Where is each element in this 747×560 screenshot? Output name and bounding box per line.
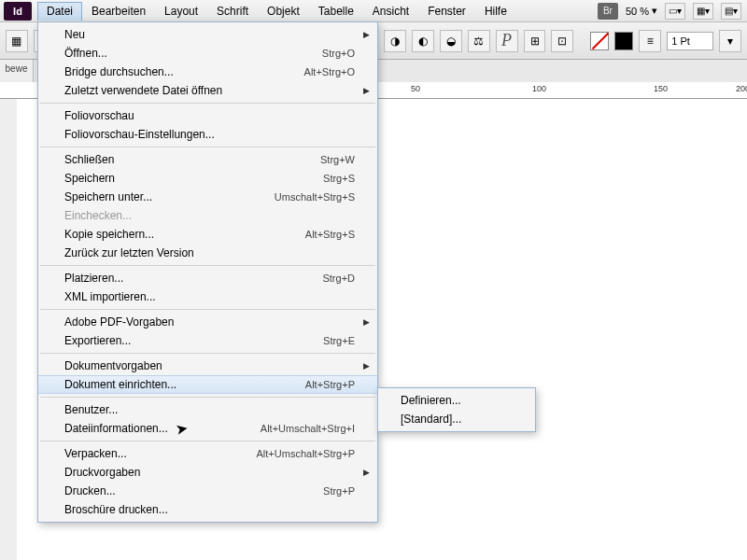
menu-item-label: Einchecken... — [64, 209, 132, 222]
misc-icon[interactable]: ⊡ — [551, 30, 573, 52]
menu-item[interactable]: Dateiinformationen...Alt+Umschalt+Strg+I — [38, 419, 377, 438]
menu-shortcut: Strg+P — [323, 485, 355, 497]
menu-item[interactable]: Zurück zur letzten Version — [38, 244, 377, 262]
menu-item[interactable]: Foliovorschau — [38, 106, 377, 125]
menu-item-label: Zuletzt verwendete Datei öffnen — [64, 84, 222, 97]
menu-separator — [40, 103, 375, 104]
menu-item-label: Speichern — [64, 172, 115, 185]
menu-item-label: Foliovorschau — [64, 109, 134, 122]
menu-item[interactable]: Speichern unter...Umschalt+Strg+S — [38, 188, 377, 206]
menu-item[interactable]: Platzieren...Strg+D — [38, 269, 377, 287]
menu-shortcut: Alt+Umschalt+Strg+I — [261, 423, 355, 434]
menu-item[interactable]: Neu▶ — [38, 25, 377, 44]
menu-item-label: Druckvorgaben — [64, 466, 140, 479]
submenu-item[interactable]: Definieren... — [378, 391, 535, 410]
menu-separator — [40, 441, 375, 441]
menu-separator — [40, 147, 375, 147]
menu-bearbeiten[interactable]: Bearbeiten — [82, 2, 155, 21]
menu-item[interactable]: Druckvorgaben▶ — [38, 463, 377, 482]
menu-separator — [40, 353, 375, 354]
menu-item-label: Exportieren... — [64, 334, 131, 347]
stroke-weight-input[interactable]: 1 Pt — [667, 32, 713, 50]
stroke-weight-value: 1 Pt — [671, 35, 690, 47]
document-presets-submenu: Definieren...[Standard]... — [377, 387, 536, 432]
menu-item[interactable]: Adobe PDF-Vorgaben▶ — [38, 313, 377, 331]
bridge-icon[interactable]: Br — [598, 3, 618, 20]
menu-item[interactable]: Drucken...Strg+P — [38, 482, 377, 500]
arrange-icon[interactable]: ▦▾ — [693, 3, 713, 20]
menu-item-label: Schließen — [64, 153, 114, 166]
submenu-arrow-icon: ▶ — [363, 317, 370, 327]
menu-tabelle[interactable]: Tabelle — [309, 2, 363, 21]
stroke-dropdown-icon[interactable]: ▾ — [719, 30, 741, 52]
menu-item-label: Adobe PDF-Vorgaben — [64, 315, 174, 329]
menu-item-label: Drucken... — [64, 484, 116, 497]
screen-mode-icon[interactable]: ▭▾ — [665, 3, 685, 20]
menu-shortcut: Strg+E — [323, 335, 355, 346]
menu-item-label: Verpacken... — [64, 447, 127, 460]
fill-black-icon[interactable] — [614, 32, 633, 50]
menu-item-label: Platzieren... — [64, 272, 123, 285]
menu-layout[interactable]: Layout — [155, 2, 207, 21]
menu-item[interactable]: Exportieren...Strg+E — [38, 331, 377, 350]
menu-item-label: Dokumentvorgaben — [64, 359, 162, 372]
menu-objekt[interactable]: Objekt — [258, 2, 309, 21]
pathfinder-icon[interactable]: ◒ — [440, 30, 462, 52]
menu-shortcut: Strg+O — [322, 48, 355, 59]
submenu-arrow-icon: ▶ — [363, 86, 370, 95]
menubar: Id DateiBearbeitenLayoutSchriftObjektTab… — [0, 0, 747, 22]
menu-separator — [40, 397, 375, 398]
misc-icon[interactable]: ⊞ — [524, 30, 546, 52]
submenu-arrow-icon: ▶ — [363, 468, 370, 477]
menu-shortcut: Strg+W — [320, 154, 355, 165]
submenu-item[interactable]: [Standard]... — [378, 410, 535, 428]
balance-icon[interactable]: ⚖ — [468, 30, 490, 52]
menu-hilfe[interactable]: Hilfe — [475, 2, 516, 21]
menu-item-label: Benutzer... — [64, 403, 118, 416]
menu-schrift[interactable]: Schrift — [207, 2, 258, 21]
menu-item-label: Zurück zur letzten Version — [64, 246, 194, 259]
menu-item[interactable]: Zuletzt verwendete Datei öffnen▶ — [38, 81, 377, 100]
menu-item[interactable]: SpeichernStrg+S — [38, 169, 377, 188]
menu-item[interactable]: Benutzer... — [38, 400, 377, 419]
menu-item-label: Foliovorschau-Einstellungen... — [64, 128, 215, 141]
view-options-icon[interactable]: ▤▾ — [721, 3, 741, 20]
menu-separator — [40, 265, 375, 266]
menu-item[interactable]: Foliovorschau-Einstellungen... — [38, 125, 377, 144]
menubar-right: Br 50 %▾ ▭▾ ▦▾ ▤▾ — [598, 3, 747, 20]
menu-ansicht[interactable]: Ansicht — [363, 2, 418, 21]
menu-shortcut: Alt+Strg+O — [304, 66, 355, 77]
submenu-arrow-icon: ▶ — [363, 30, 370, 39]
stroke-style-icon[interactable]: ≡ — [639, 30, 661, 52]
tool-icon[interactable]: ▦ — [6, 30, 28, 52]
pathfinder-icon[interactable]: ◑ — [384, 30, 406, 52]
menu-item-label: Kopie speichern... — [64, 228, 154, 241]
menu-item[interactable]: Dokumentvorgaben▶ — [38, 357, 377, 375]
menu-item[interactable]: XML importieren... — [38, 287, 377, 306]
menu-item[interactable]: Öffnen...Strg+O — [38, 44, 377, 63]
ruler-mark: 200 — [736, 84, 747, 93]
menu-item[interactable]: Dokument einrichten...Alt+Strg+P — [38, 375, 377, 394]
menu-item-label: XML importieren... — [64, 290, 156, 303]
menu-item: Einchecken... — [38, 206, 377, 225]
pathfinder-icon[interactable]: ◐ — [412, 30, 434, 52]
submenu-arrow-icon: ▶ — [363, 361, 370, 371]
ruler-mark: 150 — [654, 84, 668, 93]
menu-datei[interactable]: Datei — [37, 2, 82, 21]
menu-item[interactable]: Bridge durchsuchen...Alt+Strg+O — [38, 63, 377, 81]
menu-item[interactable]: SchließenStrg+W — [38, 150, 377, 169]
paragraph-icon[interactable]: P — [496, 30, 518, 52]
zoom-level[interactable]: 50 %▾ — [626, 5, 657, 17]
menu-shortcut: Alt+Umschalt+Strg+P — [257, 448, 355, 459]
fill-none-icon[interactable] — [590, 32, 609, 50]
panel-label: bewe — [0, 63, 33, 74]
menu-separator — [40, 309, 375, 310]
menu-fenster[interactable]: Fenster — [418, 2, 475, 21]
menu-item[interactable]: Broschüre drucken... — [38, 500, 377, 519]
menu-item[interactable]: Verpacken...Alt+Umschalt+Strg+P — [38, 444, 377, 463]
menu-shortcut: Strg+D — [322, 273, 355, 284]
menu-item-label: Speichern unter... — [64, 190, 152, 203]
zoom-value: 50 % — [626, 6, 649, 17]
menu-item[interactable]: Kopie speichern...Alt+Strg+S — [38, 225, 377, 244]
chevron-down-icon: ▾ — [652, 5, 657, 17]
